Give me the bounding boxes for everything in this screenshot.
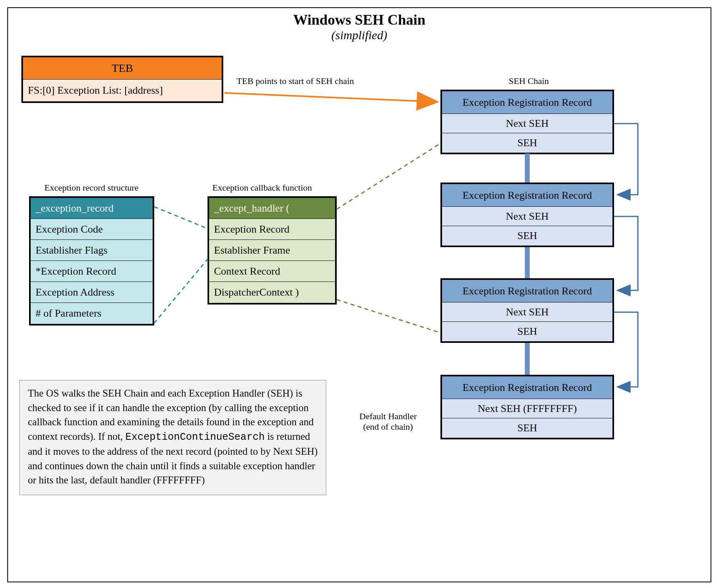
callback-row: Context Record — [209, 261, 335, 282]
callback-header: _except_handler ( — [209, 198, 335, 219]
exception-callback-function-label: Exception callback function — [212, 183, 312, 193]
callback-row: Establisher Frame — [209, 240, 335, 261]
seh-record-1: Exception Registration Record Next SEH S… — [440, 90, 614, 154]
dash-record-to-callback-bottom — [154, 259, 208, 323]
info-code: ExceptionContinueSearch — [126, 431, 265, 443]
diagram-frame: Windows SEH Chain (simplified) TEB FS:[0… — [7, 7, 711, 582]
exception-record-row: *Exception Record — [31, 261, 153, 282]
seh-record-3: Exception Registration Record Next SEH S… — [440, 278, 614, 343]
callback-row: Exception Record — [209, 219, 335, 240]
exception-record-row: # of Parameters — [31, 303, 153, 324]
callback-box: _except_handler ( Exception Record Estab… — [208, 196, 337, 304]
next-seh-arrow-2 — [614, 216, 638, 290]
default-handler-line2: (end of chain) — [363, 422, 413, 432]
seh-record-header: Exception Registration Record — [442, 376, 612, 399]
next-seh-arrow-1 — [614, 124, 638, 195]
page-subtitle: (simplified) — [8, 28, 711, 42]
seh-record-seh: SEH — [442, 226, 612, 246]
seh-record-next: Next SEH — [442, 114, 612, 133]
callback-row: DispatcherContext ) — [209, 282, 335, 303]
teb-box: TEB FS:[0] Exception List: [address] — [21, 56, 223, 103]
exception-record-structure-label: Exception record structure — [44, 183, 138, 193]
seh-record-header: Exception Registration Record — [442, 91, 612, 114]
seh-record-next: Next SEH (FFFFFFFF) — [442, 399, 612, 418]
seh-record-header: Exception Registration Record — [442, 184, 612, 207]
arrow-label: TEB points to start of SEH chain — [237, 76, 354, 86]
seh-record-4: Exception Registration Record Next SEH (… — [440, 375, 614, 439]
page-title: Windows SEH Chain — [8, 11, 711, 28]
default-handler-line1: Default Handler — [359, 411, 417, 421]
seh-record-next: Next SEH — [442, 302, 612, 322]
dash-callback-to-seh-top — [337, 143, 440, 209]
exception-record-box: _exception_record Exception Code Establi… — [29, 196, 154, 326]
arrow-teb-to-seh — [224, 93, 436, 102]
exception-record-row: Exception Code — [31, 219, 153, 240]
seh-record-header: Exception Registration Record — [442, 280, 612, 302]
seh-record-seh: SEH — [442, 418, 612, 438]
default-handler-label: Default Handler (end of chain) — [359, 411, 417, 432]
seh-chain-label: SEH Chain — [509, 76, 549, 86]
seh-record-next: Next SEH — [442, 207, 612, 226]
exception-record-row: Establisher Flags — [31, 240, 153, 261]
dash-record-to-callback-top — [154, 207, 208, 229]
exception-record-row: Exception Address — [31, 282, 153, 303]
teb-body: FS:[0] Exception List: [address] — [23, 80, 222, 101]
info-box: The OS walks the SEH Chain and each Exce… — [19, 380, 326, 495]
seh-record-seh: SEH — [442, 133, 612, 153]
dash-callback-to-seh-bottom — [337, 300, 440, 333]
teb-header: TEB — [23, 57, 222, 80]
seh-record-seh: SEH — [442, 322, 612, 341]
exception-record-header: _exception_record — [31, 198, 153, 219]
seh-record-2: Exception Registration Record Next SEH S… — [440, 183, 614, 247]
next-seh-arrow-3 — [614, 312, 638, 387]
